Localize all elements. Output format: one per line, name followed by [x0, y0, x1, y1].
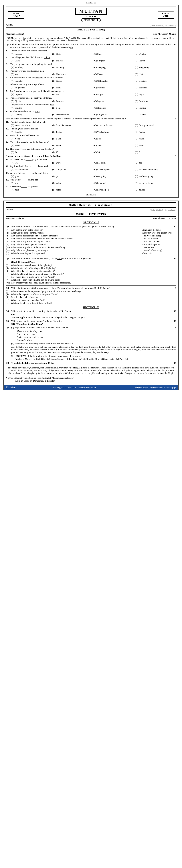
q1-sub9-options: (A) upright (B) Bent (C) Hopeless (D) Fo… [11, 106, 176, 110]
board-subtitle: BOARD [24, 15, 158, 18]
q1-label: Q1. [6, 43, 10, 49]
q2-subiv-text: Why did the doctor threaten the child if… [11, 237, 140, 240]
q2-label: Q2. [6, 225, 11, 228]
q7-label: Q7. [6, 326, 11, 329]
option-a: (A) Neck [11, 137, 52, 140]
q2-subiii-answer: (The Piece of String) [140, 235, 176, 237]
q2-subviii-label: (viii) [6, 249, 11, 252]
bottom-strip: talabilm.com [6, 193, 176, 196]
q1-p2-sub12-num: 12. [6, 127, 10, 130]
q5-or-text: OR [11, 313, 15, 316]
option-d: (D) Hint [135, 73, 176, 76]
q1-p2-sub11: 11. The rich people gathered at a big ha… [6, 121, 176, 123]
q1-p2-sub12: 12. The king was famous for his: [6, 127, 176, 130]
q4-subi-label: (i) [6, 290, 11, 293]
website-url: talabilm.com [86, 2, 96, 4]
q3-subvii-label: (vii) [6, 281, 11, 284]
q2-subvi-answer: The Foolish Quacks [140, 243, 176, 246]
option-c: (C) have helped [94, 188, 135, 191]
q3-subiv: (iv) What does Kevin think of the emotio… [6, 273, 176, 276]
q3-label: Q3. [6, 257, 11, 260]
option-a: (A) was [11, 161, 52, 164]
time-allowed-label: Time Allowed: 30 Minutes [153, 33, 176, 35]
option-d: (D) Justice [135, 130, 176, 133]
q3-subiii-label: (iii) [6, 270, 11, 273]
q1-sub2-options: (A) Cheat (B) Scholar (C) Surgeon (D) Pa… [11, 59, 176, 62]
q2-subv-text: Why did the boy look to the sky and smil… [11, 240, 140, 243]
q3-subi-text: What does the second scene of the lightn… [11, 264, 176, 267]
q8-marks: 15 [170, 362, 176, 365]
q7-section: Q7. (a) Explain the following lines with… [6, 326, 176, 341]
q1-sub2-num: 2. [6, 56, 10, 59]
q1-part2-text: Each question statement has four options… [6, 117, 171, 120]
option-a: (A) has completed [11, 168, 52, 171]
verb-sub19-options: (A) goes (B) going (C) be going (D) has … [11, 182, 176, 185]
q3-subiii: (iii) Why didn't the call room return th… [6, 270, 176, 273]
q1-sub7: 7. Mr. Spalding crosses to gone with his… [6, 90, 176, 93]
option-a: (A) goes [11, 182, 52, 185]
option-a: (A) Impress [11, 93, 52, 96]
verb-sub18-text: Ali and Ihtisam _____ to the park daily. [10, 172, 176, 175]
q2-subv-label: (v) [6, 240, 11, 243]
option-a: (A) Cruelty [11, 130, 52, 133]
q1-part2-instruction: Each question statement has four options… [6, 117, 176, 120]
option-b: (B) Drowns [52, 100, 94, 103]
q1-sub8-text: The sea washes up some pretty good thing… [10, 96, 176, 99]
q1-part2-row: Each question statement has four options… [6, 117, 176, 120]
option-b: (B) Justice [52, 130, 94, 133]
q1-sub7-options: (A) Impress (B) Hint (C) Argue (D) Fight [11, 93, 176, 96]
option-a: (A) 1960 [11, 144, 52, 147]
q2-subix: (ix) What does coming outside represent?… [6, 252, 176, 255]
q2-subv-answer: (The Cultus of Sea) [140, 240, 176, 243]
q7-poem: There has on the ring cram, A lace stone… [11, 330, 170, 341]
q1-sub10-text: Our harmony depends on unity. [10, 110, 176, 113]
page2-header-text: Multan Board 2018 (First Group) [69, 204, 114, 206]
q3-section: Q3. Write short answers (3-5 lines/sente… [6, 257, 176, 284]
q1-sub7-num: 7. [6, 90, 10, 93]
roll-no-fill: (To be filled in by the candidate) [150, 24, 176, 26]
poem-line3: Giving the rose buds on top [17, 336, 170, 339]
q1-p2-sub15: 15. How many years ago did Harry buy the… [6, 148, 176, 150]
q1-sub5-num: 5. [6, 76, 10, 79]
q1-sub9: 9. The poet sees the Sindhi woman walkin… [6, 103, 176, 106]
footer-email: admin@talabilm.com [77, 386, 96, 389]
q3-subvi-text: What sort of each went with the fish, he… [11, 279, 176, 281]
page2-marks-time-row: Maximum Marks: 80 Time Allowed: 2:30 Hou… [6, 217, 176, 220]
q4-subii: (ii) What is the importance of time in t… [6, 293, 176, 296]
option-c: (C) has been [94, 161, 135, 164]
q6-label: Q6. [6, 319, 11, 322]
verb-sub18-options: (A) goes (B) go (C) are going (D) has be… [11, 175, 176, 178]
q3-subvii: (vii) How are Harry and Miss McCullum di… [6, 281, 176, 284]
note-box: NOTE: You have four choices for each obj… [6, 36, 176, 42]
option-d: (D) Patron [135, 59, 176, 62]
q1-p2-sub13-text: Della's hair reached below her: [10, 134, 176, 137]
option-b: (B) Hint [52, 93, 94, 96]
objective-type-text: (OBJECTIVE TYPE) [77, 28, 105, 31]
option-b: (B) for a discussion [52, 124, 94, 127]
q2-subiii-text: Why did the people make fun of Hubert's … [11, 235, 140, 237]
website-header: talabilm.com [3, 2, 179, 4]
q1-sub4-options: (A) shy (B) Handsome (C) Fussy (D) Hint [11, 73, 176, 76]
q8-note-row: NOTE: (Alternative question for Foreign/… [6, 377, 176, 379]
option-a: (A) goes [11, 175, 52, 178]
objective-page: PAPER NO. 07 MULTAN BOARD FIRST GROUP AN… [3, 5, 179, 198]
q7c-section: Use ANY FIVE of the following pairs of w… [6, 354, 176, 361]
q2-header-row: Q2. Write short answers (3-5 lines/sente… [6, 225, 176, 228]
subjective-type-text: (SUBJECTIVE TYPE) [76, 213, 106, 216]
note-label: NOTE: [7, 37, 14, 39]
q8-passage-text: The Magi, as you know, were men, men unc… [8, 367, 174, 374]
option-d: (D) has been going [135, 175, 176, 178]
q8-note-label: NOTE: [6, 377, 13, 379]
verb-sub19-num: 19. [6, 178, 10, 181]
q1-sub1-options: (A) Freezer (B) Plate (C) Shelf (D) Wind… [11, 53, 176, 55]
q1-sub3: 3. The young man was ambling along the r… [6, 63, 176, 66]
q4-label: Q4. [6, 287, 11, 289]
option-d: (D) 7 [135, 151, 176, 154]
q1-p2-sub13: 13. Della's hair reached below her: [6, 134, 176, 137]
option-b: (B) helps [52, 188, 94, 191]
q7-marks: 5 [170, 326, 176, 329]
option-b: (B) Plate [52, 53, 94, 55]
pair-e: (e) Eligible, Illegible [79, 358, 99, 361]
q1-sub8: 8. The sea washes up some pretty good th… [6, 96, 176, 99]
q1-sub5-text: Luther said that they were veterans of c… [10, 76, 176, 79]
